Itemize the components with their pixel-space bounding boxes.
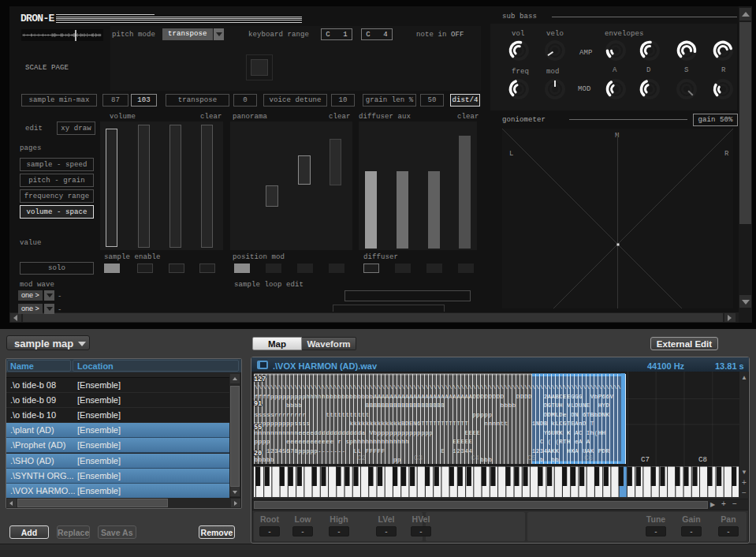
svg-text:\\\\\\\\\\\\\\\\\\\\\\\\\\\\\\: \\\\\\\\\\\\\\\\\\\\\\\\\\\\\\\\\\\\\\\\… [255, 385, 532, 391]
svg-text:ffffppppppppphhhhhbbbbbbbbbbbb: ffffppppppppphhhhhbbbbbbbbbbbbAAAAAAAAAA… [255, 394, 532, 400]
svg-text:55: 55 [254, 424, 262, 432]
svg-text:pppp eeeeeeeeeeee r sphhhhh: pppp eeeeeeeeeeee r sphhhhhhhhhhhhhh EEE… [255, 439, 532, 445]
svg-text:1NDB kLCGTEAnD T: 1NDB kLCGTEAnD T [532, 421, 625, 427]
svg-text:C ( (RTH eA A: C ( (RTH eA A [532, 439, 625, 445]
svg-text:1234AKK HKA UAK PDR: 1234AKK HKA UAK PDR [532, 449, 625, 454]
svg-text:91: 91 [254, 400, 262, 408]
svg-text:C2: C2 [357, 454, 366, 462]
svg-text:C3: C3 [414, 454, 423, 462]
svg-text:C6: C6 [584, 454, 593, 462]
svg-text:C5: C5 [527, 454, 536, 462]
svg-text:DDMLDe DN 6TBbDNK: DDMLDe DN 6TBbDNK [532, 413, 625, 418]
svg-text:C7: C7 [641, 456, 650, 464]
svg-text:bbbb BBBBBBBBBB: bbbb BBBBBBBBBBBBBBBBBBBB bbbb [255, 403, 532, 409]
svg-text:Y6URK K AC Ih(HH: Y6URK K AC Ih(HH [532, 431, 625, 436]
svg-text:DGTUH VLDUNE HYD: DGTUH VLDUNE HYD [532, 403, 625, 409]
svg-text:12345678ppppp------- LL FFFFF: 12345678ppppp------- LL FFFFF E 12344 [255, 449, 532, 454]
svg-text:bbbbb: bbbbb pp bbb [255, 458, 532, 463]
svg-text:2AABCEEGGG VbP66V: 2AABCEEGGG VbP66V [532, 394, 625, 400]
svg-text:C8: C8 [698, 456, 707, 464]
svg-text:\\\\\\\\\\\\\\\\\\\\\\\\: \\\\\\\\\\\\\\\\\\\\\\\\ [532, 385, 625, 391]
svg-text:b bb: b bb [532, 458, 625, 463]
svg-text:C4: C4 [471, 454, 479, 462]
svg-text:sssssrrrrrrrr ttttttttttt: sssssrrrrrrrr ttttttttttt ppppp [255, 413, 532, 418]
svg-text:yyppppppppssss kkkkkk: yyppppppppssss kkkkkkkkkkkkkBDEN6TTTTTTT… [255, 421, 532, 427]
svg-text:127: 127 [254, 376, 266, 383]
svg-text:nnnnnnnnnnneeeedddddddddddda V: nnnnnnnnnnneeeedddddddddddda Vbppppppppp… [255, 431, 532, 436]
svg-text:20: 20 [254, 450, 262, 458]
